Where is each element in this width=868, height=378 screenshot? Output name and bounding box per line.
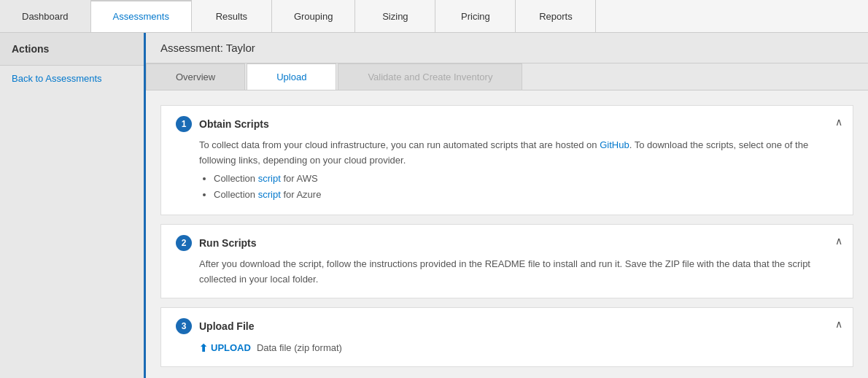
section-upload-file: 3 Upload File ∧ ⬆ UPLOAD Data file (zip … — [160, 307, 853, 367]
run-scripts-text: After you download the script, follow th… — [199, 257, 838, 288]
section-number-1: 1 — [176, 116, 192, 132]
collapse-run-scripts[interactable]: ∧ — [835, 235, 842, 247]
assessment-title: Assessment: Taylor — [146, 33, 868, 63]
sub-tabs: Overview Upload Validate and Create Inve… — [146, 63, 868, 90]
section-obtain-scripts-header: 1 Obtain Scripts — [176, 116, 838, 132]
sidebar: Actions Back to Assessments — [0, 33, 146, 378]
nav-tab-assessments[interactable]: Assessments — [91, 0, 192, 32]
nav-tab-reports[interactable]: Reports — [516, 0, 596, 32]
section-title-run-scripts: Run Scripts — [199, 237, 257, 249]
section-title-upload-file: Upload File — [199, 320, 254, 332]
upload-hint: Data file (zip format) — [257, 341, 342, 356]
section-upload-file-header: 3 Upload File — [176, 318, 838, 334]
section-content-obtain-scripts: To collect data from your cloud infrastr… — [176, 138, 838, 203]
top-navigation: Dashboard Assessments Results Grouping S… — [0, 0, 868, 33]
nav-tab-dashboard[interactable]: Dashboard — [0, 0, 91, 32]
nav-tab-grouping[interactable]: Grouping — [272, 0, 355, 32]
upload-label: UPLOAD — [211, 341, 251, 356]
section-content-upload-file: ⬆ UPLOAD Data file (zip format) — [176, 340, 838, 356]
upload-area: ⬆ UPLOAD Data file (zip format) — [199, 340, 838, 356]
tab-upload[interactable]: Upload — [247, 63, 336, 90]
section-number-3: 3 — [176, 318, 192, 334]
sidebar-item-back[interactable]: Back to Assessments — [0, 66, 144, 91]
nav-tab-results[interactable]: Results — [192, 0, 272, 32]
aws-script-item: Collection script for AWS — [214, 171, 838, 187]
tab-overview[interactable]: Overview — [146, 63, 245, 90]
content-area: Assessment: Taylor Overview Upload Valid… — [146, 33, 868, 378]
content-body: 1 Obtain Scripts ∧ To collect data from … — [146, 90, 868, 378]
sidebar-header: Actions — [0, 33, 144, 66]
section-run-scripts-header: 2 Run Scripts — [176, 235, 838, 251]
github-link[interactable]: GitHub — [600, 139, 629, 150]
section-number-2: 2 — [176, 235, 192, 251]
obtain-scripts-intro: To collect data from your cloud infrastr… — [199, 138, 838, 169]
section-title-obtain-scripts: Obtain Scripts — [199, 118, 269, 130]
obtain-scripts-list: Collection script for AWS Collection scr… — [214, 171, 838, 204]
aws-script-link[interactable]: script — [258, 173, 281, 184]
upload-button[interactable]: ⬆ UPLOAD — [199, 340, 251, 356]
nav-tab-sizing[interactable]: Sizing — [355, 0, 435, 32]
section-run-scripts: 2 Run Scripts ∧ After you download the s… — [160, 224, 853, 298]
collapse-obtain-scripts[interactable]: ∧ — [835, 116, 842, 128]
tab-validate: Validate and Create Inventory — [338, 63, 522, 90]
collapse-upload-file[interactable]: ∧ — [835, 318, 842, 330]
section-content-run-scripts: After you download the script, follow th… — [176, 257, 838, 288]
main-layout: Actions Back to Assessments Assessment: … — [0, 33, 868, 378]
azure-script-link[interactable]: script — [258, 189, 281, 200]
azure-script-item: Collection script for Azure — [214, 188, 838, 203]
section-obtain-scripts: 1 Obtain Scripts ∧ To collect data from … — [160, 105, 853, 215]
upload-icon: ⬆ — [199, 340, 208, 356]
nav-tab-pricing[interactable]: Pricing — [435, 0, 516, 32]
